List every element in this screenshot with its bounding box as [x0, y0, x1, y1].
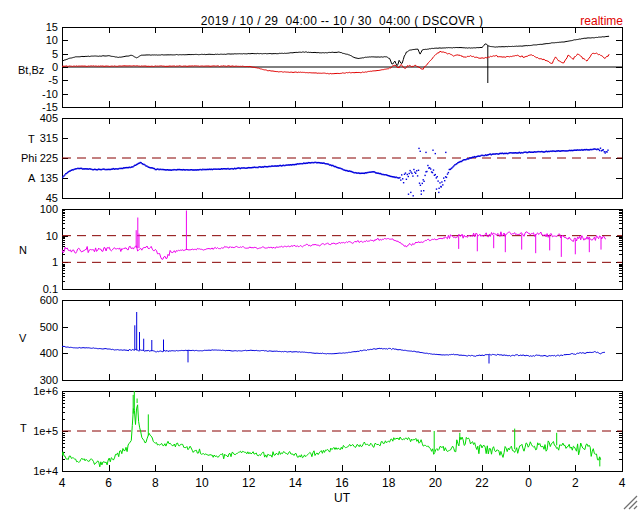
svg-text:600: 600	[40, 294, 58, 306]
svg-text:0: 0	[52, 61, 58, 73]
svg-text:8: 8	[152, 476, 159, 490]
svg-text:4: 4	[619, 476, 626, 490]
svg-text:15: 15	[46, 21, 58, 33]
svg-text:2: 2	[572, 476, 579, 490]
svg-text:135: 135	[40, 172, 58, 184]
chart-canvas: 151050-5-10-15405315225135451001010.1600…	[0, 0, 640, 512]
svg-text:1e+6: 1e+6	[33, 385, 58, 397]
svg-text:-10: -10	[42, 88, 58, 100]
svg-text:10: 10	[46, 230, 58, 242]
svg-text:14: 14	[289, 476, 303, 490]
svg-text:100: 100	[40, 203, 58, 215]
svg-text:20: 20	[429, 476, 443, 490]
resize-grip-icon[interactable]	[622, 494, 638, 510]
plot-window: 2019 / 10 / 29 04:00 -- 10 / 30 04:00 ( …	[0, 0, 640, 512]
svg-text:4: 4	[59, 476, 66, 490]
svg-text:22: 22	[475, 476, 489, 490]
svg-text:12: 12	[242, 476, 256, 490]
svg-text:405: 405	[40, 112, 58, 124]
svg-text:500: 500	[40, 321, 58, 333]
svg-text:315: 315	[40, 132, 58, 144]
svg-text:18: 18	[382, 476, 396, 490]
svg-text:1: 1	[52, 256, 58, 268]
svg-text:1e+5: 1e+5	[33, 425, 58, 437]
svg-text:5: 5	[52, 48, 58, 60]
svg-text:10: 10	[195, 476, 209, 490]
svg-text:0: 0	[525, 476, 532, 490]
svg-text:400: 400	[40, 347, 58, 359]
x-axis-title: UT	[62, 491, 622, 505]
svg-text:-5: -5	[48, 74, 58, 86]
svg-text:6: 6	[105, 476, 112, 490]
svg-text:16: 16	[335, 476, 349, 490]
svg-text:10: 10	[46, 34, 58, 46]
svg-text:225: 225	[40, 152, 58, 164]
svg-text:1e+4: 1e+4	[33, 465, 58, 477]
